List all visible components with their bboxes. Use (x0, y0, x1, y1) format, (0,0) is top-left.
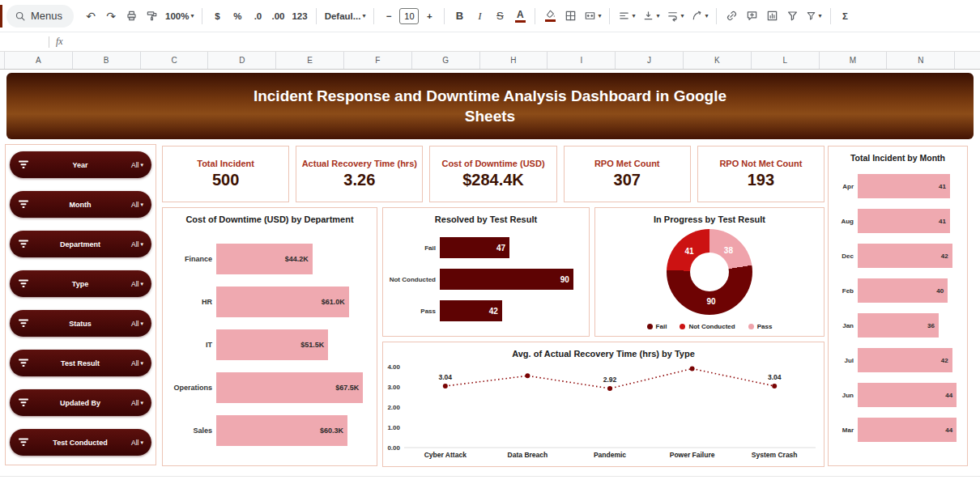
svg-text:2.00: 2.00 (387, 404, 400, 411)
text-rotation-button[interactable]: ▾ (688, 6, 711, 27)
menus-button[interactable]: Menus (6, 5, 74, 28)
bar-value-label: 90 (560, 275, 569, 284)
bar-value-label: 47 (496, 244, 505, 253)
svg-text:System Crash: System Crash (752, 451, 798, 459)
merge-cells-button[interactable]: ▾ (581, 6, 604, 27)
slicer-month[interactable]: Month All ▾ (10, 191, 151, 218)
create-filter-button[interactable] (782, 6, 802, 27)
filter-icon (786, 10, 799, 22)
print-button[interactable] (121, 6, 141, 27)
decrease-font-size-button[interactable]: − (379, 6, 398, 27)
bar-value-label: 42 (941, 357, 948, 364)
dashboard-banner[interactable]: Incident Response and Downtime Analysis … (6, 73, 974, 139)
kpi-actual-recovery-time[interactable]: Actual Recovery Time (hrs) 3.26 (296, 146, 423, 202)
increase-decimal-button[interactable]: .00 (268, 6, 288, 27)
bar-rows: Fail 47 Not Conducted 90 Pass 42 (388, 237, 581, 321)
slicer-year[interactable]: Year All ▾ (10, 151, 151, 178)
chevron-down-icon: ▾ (362, 12, 365, 19)
horizontal-align-button[interactable]: ▾ (615, 6, 638, 27)
column-header-a[interactable]: A (5, 52, 73, 69)
slicer-test-conducted[interactable]: Test Conducted All ▾ (10, 429, 151, 456)
slicer-test-result[interactable]: Test Result All ▾ (10, 350, 151, 376)
bar-row: Jan 36 (833, 313, 959, 338)
chevron-down-icon: ▾ (818, 12, 821, 19)
column-header-e[interactable]: E (276, 52, 344, 69)
bar-value-label: 40 (936, 287, 944, 295)
legend-dot (748, 324, 754, 329)
column-header-i[interactable]: I (548, 52, 616, 69)
svg-text:1.00: 1.00 (387, 424, 400, 431)
functions-button[interactable]: Σ (836, 6, 855, 27)
slicer-updated-by[interactable]: Updated By All ▾ (10, 389, 151, 416)
kpi-rpo-met-count[interactable]: RPO Met Count 307 (564, 146, 691, 202)
currency-format-button[interactable]: $ (207, 6, 227, 27)
bar-row: HR $61.0K (168, 287, 369, 317)
name-box[interactable] (0, 32, 42, 51)
svg-text:4.00: 4.00 (387, 363, 400, 371)
column-header-g[interactable]: G (412, 52, 480, 69)
in-progress-by-test-result-chart[interactable]: In Progress by Test Result 389041 Fail N… (594, 207, 824, 337)
filter-views-button[interactable]: ▾ (803, 6, 824, 27)
svg-text:3.04: 3.04 (439, 373, 453, 381)
resolved-by-test-result-chart[interactable]: Resolved by Test Result Fail 47 Not Cond… (382, 207, 590, 337)
vertical-align-button[interactable]: ▾ (639, 6, 663, 27)
bar: $67.5K (216, 372, 363, 403)
avg-recovery-time-by-type-chart[interactable]: Avg. of Actual Recovery Time (hrs) by Ty… (382, 342, 824, 467)
formula-input[interactable] (63, 32, 980, 51)
more-formats-button[interactable]: 123 (288, 6, 310, 27)
slicer-status[interactable]: Status All ▾ (10, 310, 151, 337)
chart-title: Cost of Downtime (USD) by Department (163, 208, 377, 224)
column-header-h[interactable]: H (480, 52, 548, 69)
redo-button[interactable]: ↷ (101, 6, 121, 27)
donut-slice-label: 41 (685, 246, 694, 255)
strikethrough-button[interactable]: S (490, 6, 509, 27)
kpi-total-incident[interactable]: Total Incident 500 (162, 146, 289, 202)
column-header-k[interactable]: K (684, 52, 752, 69)
column-headers: A B C D E F G H I J K L M N (0, 52, 980, 70)
decrease-decimal-button[interactable]: .0 (248, 6, 267, 27)
column-header-d[interactable]: D (208, 52, 276, 69)
slicer-panel: Year All ▾ Month All ▾ Department All ▾ … (5, 144, 156, 465)
insert-comment-button[interactable] (742, 6, 761, 27)
borders-icon (565, 10, 577, 22)
kpi-rpo-not-met-count[interactable]: RPO Not Met Count 193 (697, 146, 824, 202)
borders-button[interactable] (560, 6, 580, 27)
text-wrap-button[interactable]: ▾ (663, 6, 687, 27)
column-header-l[interactable]: L (752, 52, 820, 69)
column-header-n[interactable]: N (887, 52, 955, 69)
column-header-j[interactable]: J (616, 52, 684, 69)
toolbar-divider (373, 8, 374, 24)
slicer-value: All (131, 201, 138, 209)
column-header-c[interactable]: C (141, 52, 209, 69)
percent-format-button[interactable]: % (228, 6, 247, 27)
italic-button[interactable]: I (470, 6, 489, 27)
undo-button[interactable]: ↶ (81, 6, 100, 27)
kpi-cost-of-downtime[interactable]: Cost of Downtime (USD) $284.4K (429, 146, 556, 202)
total-incident-by-month-chart[interactable]: Total Incident by Month Apr 41 Aug 41 De… (828, 146, 968, 466)
text-color-button[interactable]: A (510, 6, 530, 27)
column-header-f[interactable]: F (344, 52, 412, 69)
filter-icon (18, 319, 29, 328)
slicer-type[interactable]: Type All ▾ (10, 270, 151, 297)
paint-roller-icon (146, 10, 158, 22)
font-size-input[interactable]: 10 (399, 8, 419, 24)
svg-text:Power Failure: Power Failure (670, 451, 715, 459)
cost-by-department-chart[interactable]: Cost of Downtime (USD) by Department Fin… (162, 207, 377, 466)
column-header-b[interactable]: B (73, 52, 141, 69)
bold-button[interactable]: B (450, 6, 469, 27)
insert-link-button[interactable] (722, 6, 741, 27)
increase-font-size-button[interactable]: + (420, 6, 439, 27)
vertical-align-icon (642, 10, 654, 22)
dashboard-title: Incident Response and Downtime Analysis … (231, 86, 749, 126)
column-header-m[interactable]: M (820, 52, 888, 69)
bar: $61.0K (216, 287, 349, 317)
font-family-dropdown[interactable]: Defaul... ▾ (322, 6, 369, 27)
insert-chart-button[interactable] (762, 6, 782, 27)
paint-format-button[interactable] (142, 6, 161, 27)
zoom-dropdown[interactable]: 100% ▾ (162, 6, 197, 27)
category-label: Mar (833, 427, 858, 434)
fill-color-button[interactable] (540, 6, 560, 27)
slicer-department[interactable]: Department All ▾ (10, 231, 151, 257)
minus-icon: − (386, 11, 392, 21)
toolbar-divider (716, 8, 717, 24)
